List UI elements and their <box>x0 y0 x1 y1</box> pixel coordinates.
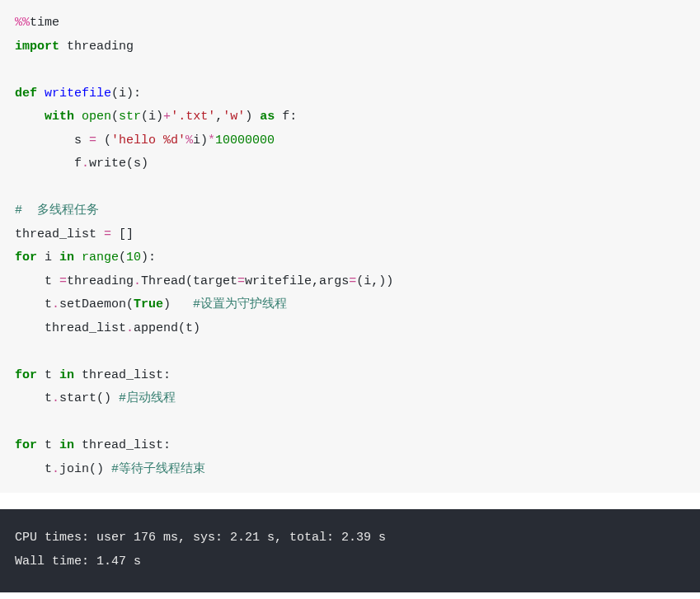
call: setDaemon( <box>59 297 134 311</box>
var: f: <box>275 110 297 124</box>
fn-str: str <box>119 110 141 124</box>
var: t <box>37 438 59 452</box>
call-write: write(s) <box>89 157 148 171</box>
var: i <box>37 250 59 264</box>
op-dot: . <box>126 321 134 335</box>
kw-import: import <box>15 40 59 54</box>
str-mode: 'w' <box>223 110 245 124</box>
paren: ( <box>96 133 111 147</box>
kw-as: as <box>260 110 275 124</box>
output-cell: CPU times: user 176 ms, sys: 2.21 s, tot… <box>0 509 700 592</box>
kw-in: in <box>59 368 74 382</box>
fn-range: range <box>82 250 119 264</box>
comma: , <box>215 110 223 124</box>
call-join: join() <box>59 462 111 476</box>
call: Thread(target <box>141 274 237 288</box>
num-ten: 10 <box>126 250 141 264</box>
indent: t <box>15 274 59 288</box>
op-eq: = <box>89 133 96 147</box>
indent: t <box>15 297 52 311</box>
comment-mt: # 多线程任务 <box>15 204 99 218</box>
str-ext: '.txt' <box>171 110 215 124</box>
arg: (i) <box>141 110 163 124</box>
args: writefile,args <box>245 274 349 288</box>
list-lit: [] <box>111 227 134 241</box>
output-cputimes: CPU times: user 176 ms, sys: 2.21 s, tot… <box>15 531 386 545</box>
var: t <box>37 368 59 382</box>
op-eq: = <box>104 227 111 241</box>
magic-name: time <box>30 16 59 30</box>
var: thread_list: <box>74 438 171 452</box>
kw-def: def <box>15 87 37 101</box>
bool-true: True <box>134 297 163 311</box>
op-dot: . <box>134 274 141 288</box>
num-tenmil: 10000000 <box>215 133 275 147</box>
kw-with: with <box>45 110 74 124</box>
op-eq: = <box>59 274 67 288</box>
indent: t <box>15 462 52 476</box>
tuple: (i,)) <box>356 274 393 288</box>
str-hello: 'hello %d' <box>111 133 186 147</box>
magic-percent: %% <box>15 16 30 30</box>
module-name: threading <box>59 40 134 54</box>
sp <box>74 250 82 264</box>
op-plus: + <box>163 110 171 124</box>
op-mod: % <box>186 133 193 147</box>
indent: s <box>15 133 89 147</box>
indent: t <box>15 391 52 405</box>
var: i) <box>193 133 208 147</box>
output-walltime: Wall time: 1.47 s <box>15 555 141 569</box>
fn-writefile: writefile <box>45 87 111 101</box>
kw-for: for <box>15 438 37 452</box>
op-dot: . <box>52 297 59 311</box>
params: (i): <box>111 87 141 101</box>
op-eq: = <box>237 274 245 288</box>
var: thread_list <box>15 227 104 241</box>
paren: ) <box>245 110 260 124</box>
comment-daemon: #设置为守护线程 <box>193 297 287 311</box>
paren: ): <box>141 250 156 264</box>
op-eq: = <box>349 274 356 288</box>
comment-join: #等待子线程结束 <box>111 462 205 476</box>
op-dot: . <box>52 391 59 405</box>
kw-for: for <box>15 368 37 382</box>
code-cell: %%time import threading def writefile(i)… <box>0 0 700 493</box>
paren: ) <box>163 297 193 311</box>
op-dot: . <box>82 157 89 171</box>
sp <box>74 110 82 124</box>
mod: threading <box>67 274 134 288</box>
call-start: start() <box>59 391 119 405</box>
paren: ( <box>119 250 126 264</box>
indent: f <box>15 157 82 171</box>
comment-start: #启动线程 <box>119 391 176 405</box>
kw-in: in <box>59 438 74 452</box>
op-dot: . <box>52 462 59 476</box>
indent <box>15 110 45 124</box>
kw-for: for <box>15 250 37 264</box>
indent: thread_list <box>15 321 126 335</box>
call-append: append(t) <box>134 321 200 335</box>
kw-in: in <box>59 250 74 264</box>
op-mul: * <box>208 133 215 147</box>
fn-open: open <box>82 110 111 124</box>
sp <box>37 87 45 101</box>
paren: ( <box>111 110 119 124</box>
var: thread_list: <box>74 368 171 382</box>
